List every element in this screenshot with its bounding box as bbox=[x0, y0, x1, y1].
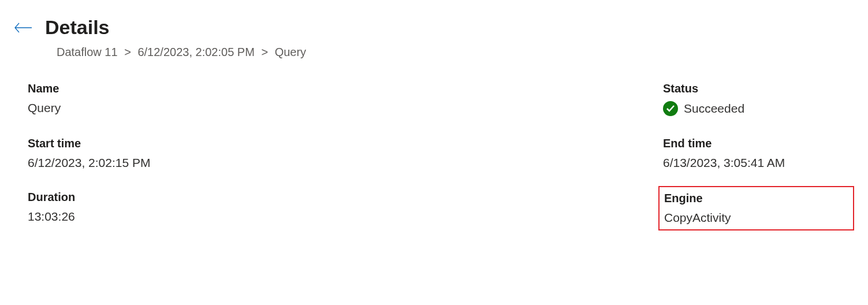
field-end-time: End time 6/13/2023, 3:05:41 AM bbox=[663, 137, 854, 170]
back-arrow-icon[interactable] bbox=[14, 22, 32, 34]
field-engine: Engine CopyActivity bbox=[663, 191, 854, 230]
field-status: Status Succeeded bbox=[663, 82, 854, 116]
field-value-duration: 13:03:26 bbox=[28, 210, 663, 224]
field-label-engine: Engine bbox=[664, 192, 847, 205]
field-label-end-time: End time bbox=[663, 137, 854, 150]
header-row: Details bbox=[14, 16, 854, 39]
field-value-start-time: 6/12/2023, 2:02:15 PM bbox=[28, 156, 663, 170]
field-label-start-time: Start time bbox=[28, 137, 663, 150]
details-grid: Name Query Status Succeeded Start time 6… bbox=[14, 82, 854, 230]
field-duration: Duration 13:03:26 bbox=[28, 191, 663, 230]
success-check-icon bbox=[663, 101, 678, 116]
page-title: Details bbox=[45, 16, 110, 39]
field-value-status: Succeeded bbox=[684, 102, 744, 116]
chevron-right-icon: > bbox=[124, 46, 131, 58]
field-start-time: Start time 6/12/2023, 2:02:15 PM bbox=[28, 137, 663, 170]
field-value-engine: CopyActivity bbox=[664, 211, 847, 225]
highlight-box: Engine CopyActivity bbox=[658, 186, 854, 230]
field-value-end-time: 6/13/2023, 3:05:41 AM bbox=[663, 156, 854, 170]
chevron-right-icon: > bbox=[261, 46, 268, 58]
field-label-duration: Duration bbox=[28, 191, 663, 204]
breadcrumb-item[interactable]: Dataflow 11 bbox=[57, 46, 118, 58]
breadcrumb-item[interactable]: 6/12/2023, 2:02:05 PM bbox=[137, 46, 254, 58]
breadcrumb-item: Query bbox=[275, 46, 306, 58]
field-value-name: Query bbox=[28, 101, 663, 115]
field-name: Name Query bbox=[28, 82, 663, 116]
breadcrumb: Dataflow 11 > 6/12/2023, 2:02:05 PM > Qu… bbox=[57, 46, 854, 59]
field-label-name: Name bbox=[28, 82, 663, 95]
field-label-status: Status bbox=[663, 82, 854, 95]
